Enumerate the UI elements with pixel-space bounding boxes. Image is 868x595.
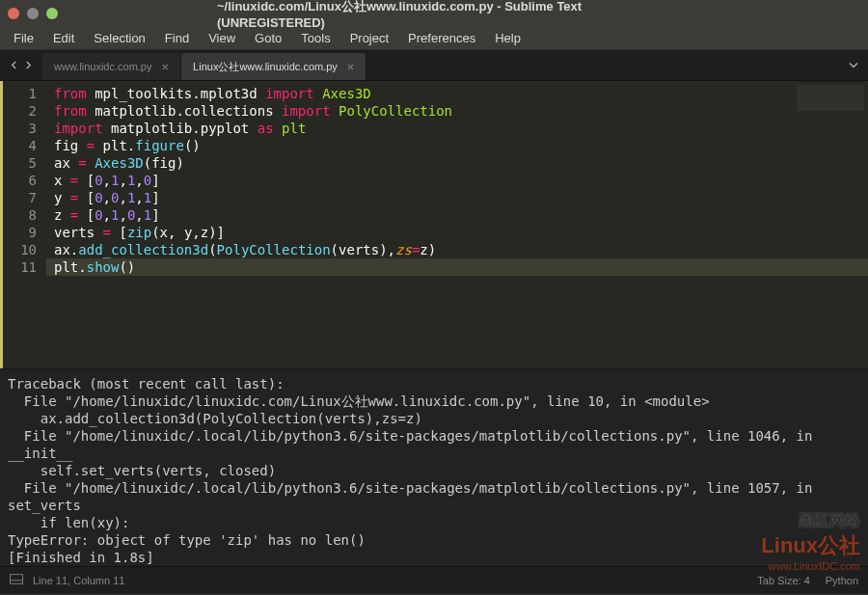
- code-line[interactable]: from mpl_toolkits.mplot3d import Axes3D: [46, 85, 868, 102]
- code-line[interactable]: x = [0,1,1,0]: [46, 172, 868, 189]
- code-line[interactable]: y = [0,0,1,1]: [46, 189, 868, 206]
- build-output[interactable]: Traceback (most recent call last): File …: [0, 368, 868, 566]
- status-syntax[interactable]: Python: [826, 575, 858, 586]
- menubar: File Edit Selection Find View Goto Tools…: [0, 27, 868, 50]
- code-line[interactable]: fig = plt.figure(): [46, 137, 868, 154]
- menu-file[interactable]: File: [4, 28, 43, 48]
- menu-goto[interactable]: Goto: [245, 28, 291, 48]
- code-line[interactable]: plt.show(): [46, 258, 868, 276]
- status-position[interactable]: Line 11, Column 11: [33, 575, 124, 586]
- tab-overflow-icon[interactable]: [849, 58, 858, 72]
- tab-label: Linux公社www.linuxidc.com.py: [193, 60, 338, 74]
- menu-tools[interactable]: Tools: [291, 28, 339, 48]
- code-line[interactable]: ax.add_collection3d(PolyCollection(verts…: [46, 241, 868, 258]
- titlebar: ~/linuxidc.com/Linux公社www.linuxidc.com.p…: [0, 0, 868, 27]
- tab-active[interactable]: Linux公社www.linuxidc.com.py ×: [181, 53, 366, 80]
- code-area[interactable]: from mpl_toolkits.mplot3d import Axes3Df…: [46, 81, 868, 368]
- status-indent[interactable]: Tab Size: 4: [757, 575, 809, 586]
- maximize-icon[interactable]: [46, 8, 58, 19]
- window-title: ~/linuxidc.com/Linux公社www.linuxidc.com.p…: [217, 0, 651, 30]
- code-line[interactable]: ax = Axes3D(fig): [46, 154, 868, 172]
- close-icon[interactable]: ×: [347, 60, 355, 74]
- code-line[interactable]: z = [0,1,0,1]: [46, 206, 868, 224]
- tab-label: www.linuxidc.com.py: [54, 61, 151, 72]
- tab-forward-icon[interactable]: [24, 58, 33, 72]
- close-icon[interactable]: [8, 8, 19, 19]
- tabbar: www.linuxidc.com.py × Linux公社www.linuxid…: [0, 50, 868, 81]
- menu-edit[interactable]: Edit: [43, 28, 84, 48]
- menu-view[interactable]: View: [199, 28, 245, 48]
- minimize-icon[interactable]: [27, 8, 39, 19]
- code-line[interactable]: from matplotlib.collections import PolyC…: [46, 102, 868, 120]
- editor[interactable]: 1234567891011 from mpl_toolkits.mplot3d …: [0, 81, 868, 368]
- window-controls: [8, 8, 58, 19]
- panel-switcher-icon[interactable]: [10, 574, 23, 586]
- menu-selection[interactable]: Selection: [84, 28, 154, 48]
- gutter: 1234567891011: [0, 81, 46, 368]
- tab-inactive[interactable]: www.linuxidc.com.py ×: [42, 53, 181, 80]
- menu-preferences[interactable]: Preferences: [398, 28, 485, 48]
- menu-find[interactable]: Find: [155, 28, 199, 48]
- code-line[interactable]: import matplotlib.pyplot as plt: [46, 120, 868, 137]
- menu-help[interactable]: Help: [485, 28, 530, 48]
- statusbar: Line 11, Column 11 Tab Size: 4 Python: [0, 566, 868, 593]
- svg-rect-0: [10, 575, 22, 584]
- tab-back-icon[interactable]: [10, 58, 18, 72]
- menu-project[interactable]: Project: [340, 28, 398, 48]
- code-line[interactable]: verts = [zip(x, y,z)]: [46, 224, 868, 241]
- close-icon[interactable]: ×: [161, 60, 169, 74]
- tab-history-nav: [0, 50, 42, 80]
